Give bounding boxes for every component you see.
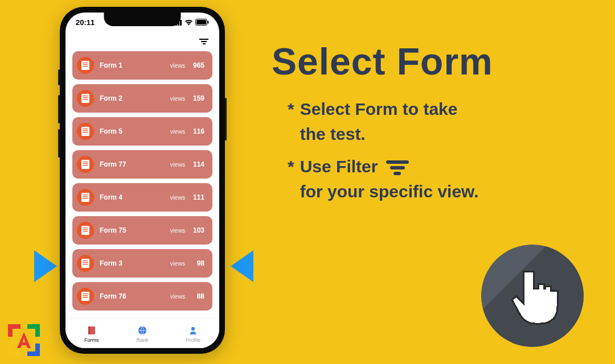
form-item[interactable]: Form 1 views 965 <box>72 51 212 80</box>
book-icon <box>77 57 94 74</box>
views-count: 965 <box>191 61 204 69</box>
views-label: views <box>170 128 185 135</box>
form-title: Form 4 <box>100 193 170 201</box>
views-count: 116 <box>191 127 204 135</box>
bullet-text: for your specific view. <box>300 182 479 201</box>
book-icon <box>77 222 94 239</box>
profile-icon <box>187 325 199 336</box>
form-item[interactable]: Form 4 views 111 <box>72 183 212 212</box>
svg-rect-22 <box>83 165 88 166</box>
svg-rect-6 <box>208 21 209 24</box>
form-title: Form 1 <box>100 61 170 69</box>
svg-rect-35 <box>81 292 89 301</box>
svg-rect-16 <box>83 129 88 129</box>
svg-rect-28 <box>83 228 88 228</box>
svg-rect-11 <box>81 94 89 103</box>
svg-rect-32 <box>83 260 88 261</box>
book-icon <box>77 156 94 173</box>
form-item[interactable]: Form 75 views 103 <box>72 216 212 245</box>
filter-icon <box>386 160 409 175</box>
pointer-arrow-right <box>231 250 253 282</box>
asterisk-icon: * <box>288 97 294 146</box>
bullet-item: * Use Filter for your specific view. <box>288 154 479 204</box>
svg-rect-37 <box>83 295 88 296</box>
form-item[interactable]: Form 3 views 98 <box>72 249 212 278</box>
pointer-arrow-left <box>34 250 57 282</box>
svg-rect-3 <box>180 20 182 26</box>
bullet-text: Use Filter <box>300 157 378 176</box>
headline: Select Form <box>272 40 493 83</box>
form-item[interactable]: Form 77 views 114 <box>72 150 212 179</box>
svg-rect-14 <box>83 99 88 100</box>
svg-rect-26 <box>83 198 88 198</box>
views-count: 111 <box>191 193 204 201</box>
svg-rect-20 <box>83 162 88 162</box>
nav-label: Rank <box>136 337 148 343</box>
filter-icon[interactable] <box>199 39 209 44</box>
svg-rect-38 <box>83 297 88 297</box>
views-count: 159 <box>191 94 204 102</box>
phone-mockup: 20:11 Form <box>60 7 225 354</box>
svg-rect-33 <box>83 262 88 263</box>
form-title: Form 3 <box>100 259 170 267</box>
svg-rect-31 <box>81 259 89 268</box>
book-icon <box>77 90 94 107</box>
svg-rect-27 <box>81 226 89 235</box>
book-icon <box>77 189 94 206</box>
views-count: 103 <box>191 226 204 234</box>
book-icon <box>77 288 94 305</box>
views-count: 114 <box>191 160 204 168</box>
wifi-icon <box>184 19 193 26</box>
asterisk-icon: * <box>288 154 294 204</box>
svg-rect-12 <box>83 96 88 96</box>
book-icon <box>86 325 97 336</box>
book-icon <box>77 123 94 140</box>
battery-icon <box>195 19 209 26</box>
form-item[interactable]: Form 5 views 116 <box>72 117 212 146</box>
svg-rect-36 <box>83 293 88 294</box>
svg-rect-21 <box>83 163 88 164</box>
hand-cursor-icon <box>506 264 559 327</box>
svg-rect-13 <box>83 97 88 98</box>
svg-rect-7 <box>81 61 89 70</box>
form-title: Form 75 <box>100 226 170 234</box>
form-title: Form 76 <box>100 292 170 300</box>
views-label: views <box>170 161 185 168</box>
svg-rect-15 <box>81 127 89 136</box>
svg-rect-10 <box>83 66 88 67</box>
views-label: views <box>170 227 185 234</box>
views-count: 98 <box>191 259 204 267</box>
form-title: Form 2 <box>100 94 170 102</box>
phone-screen: 20:11 Form <box>65 13 219 348</box>
nav-forms[interactable]: Forms <box>84 325 99 343</box>
svg-rect-40 <box>88 326 90 334</box>
nav-label: Profile <box>186 337 200 343</box>
svg-rect-19 <box>81 160 89 169</box>
app-logo <box>6 322 42 358</box>
views-label: views <box>170 194 185 201</box>
bullet-list: * Select Form to take the test. * Use Fi… <box>288 97 479 212</box>
form-item[interactable]: Form 76 views 88 <box>72 282 212 311</box>
bullet-text: Select Form to take <box>300 100 458 118</box>
phone-volume-up <box>58 95 60 123</box>
views-label: views <box>170 62 185 69</box>
views-label: views <box>170 95 185 102</box>
form-title: Form 77 <box>100 160 170 168</box>
svg-rect-23 <box>81 193 89 202</box>
app-header <box>65 32 219 51</box>
phone-volume-down <box>58 129 60 158</box>
phone-power-button <box>225 98 227 140</box>
bullet-item: * Select Form to take the test. <box>288 97 479 146</box>
svg-rect-25 <box>83 196 88 197</box>
views-label: views <box>170 260 185 267</box>
tap-cursor-badge <box>481 245 584 347</box>
nav-profile[interactable]: Profile <box>186 325 200 343</box>
svg-rect-30 <box>83 231 88 231</box>
svg-rect-18 <box>83 132 88 133</box>
globe-icon <box>137 325 148 336</box>
form-item[interactable]: Form 2 views 159 <box>72 84 212 113</box>
status-time: 20:11 <box>76 18 95 27</box>
phone-mute-switch <box>58 69 60 85</box>
svg-rect-9 <box>83 64 88 65</box>
nav-rank[interactable]: Rank <box>136 325 148 343</box>
